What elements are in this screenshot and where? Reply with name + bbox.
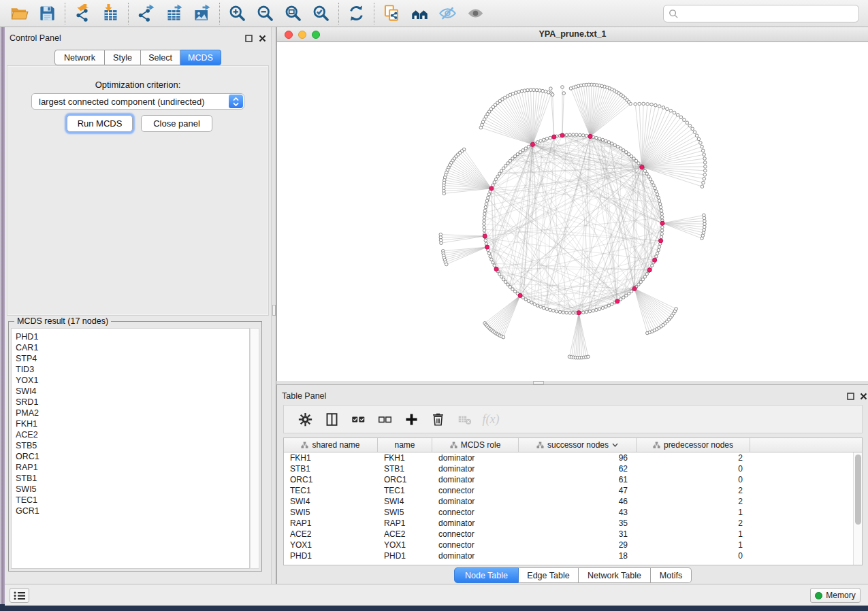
network-node[interactable] bbox=[516, 152, 519, 155]
network-node[interactable] bbox=[655, 190, 658, 193]
network-node[interactable] bbox=[572, 312, 575, 314]
network-node[interactable] bbox=[598, 308, 600, 310]
network-node[interactable] bbox=[492, 261, 494, 264]
add-row-button[interactable] bbox=[401, 409, 421, 429]
mcds-result-item[interactable]: PMA2 bbox=[16, 408, 249, 418]
network-node[interactable] bbox=[704, 165, 707, 169]
network-node[interactable] bbox=[530, 301, 533, 304]
network-node[interactable] bbox=[658, 105, 661, 108]
cell[interactable]: 2 bbox=[637, 485, 750, 496]
network-node[interactable] bbox=[440, 242, 443, 245]
network-node[interactable] bbox=[702, 181, 705, 184]
cell[interactable]: SWI5 bbox=[284, 507, 378, 518]
network-node[interactable] bbox=[625, 150, 628, 153]
column-header-successor-nodes[interactable]: successor nodes bbox=[519, 438, 637, 452]
cell[interactable]: ORC1 bbox=[378, 474, 432, 485]
mcds-result-item[interactable]: STB1 bbox=[16, 473, 249, 484]
cell[interactable]: dominator bbox=[432, 463, 519, 474]
cell[interactable]: 43 bbox=[519, 507, 637, 518]
network-node[interactable] bbox=[539, 139, 542, 142]
refresh-button[interactable] bbox=[342, 2, 370, 25]
network-node[interactable] bbox=[701, 145, 704, 148]
network-node[interactable] bbox=[655, 255, 658, 258]
delete-row-button[interactable] bbox=[428, 409, 448, 429]
table-row[interactable]: SWI4SWI4dominator462 bbox=[284, 496, 862, 507]
network-node[interactable] bbox=[639, 280, 642, 283]
table-row[interactable]: ACE2ACE2connector311 bbox=[284, 529, 862, 540]
mcds-result-item[interactable]: ORC1 bbox=[16, 451, 249, 462]
mcds-result-item[interactable]: YOX1 bbox=[16, 375, 249, 386]
float-panel-icon[interactable] bbox=[846, 392, 854, 400]
panel-list-button[interactable] bbox=[10, 588, 29, 603]
network-node[interactable] bbox=[666, 108, 669, 111]
mcds-result-item[interactable]: ACE2 bbox=[16, 429, 249, 440]
network-node[interactable] bbox=[533, 303, 536, 306]
network-node[interactable] bbox=[675, 308, 678, 311]
cell[interactable]: 96 bbox=[519, 452, 637, 463]
network-node[interactable] bbox=[568, 312, 571, 314]
mcds-hub-node[interactable] bbox=[653, 258, 657, 262]
network-node[interactable] bbox=[657, 196, 660, 199]
export-image-button[interactable] bbox=[188, 2, 216, 25]
network-node[interactable] bbox=[511, 288, 514, 291]
network-node[interactable] bbox=[545, 137, 548, 140]
mcds-hub-node[interactable] bbox=[494, 267, 498, 271]
network-node[interactable] bbox=[605, 306, 607, 308]
close-panel-icon[interactable] bbox=[258, 34, 266, 42]
network-node[interactable] bbox=[628, 152, 630, 155]
network-node[interactable] bbox=[660, 235, 662, 238]
network-node[interactable] bbox=[526, 88, 530, 92]
network-node[interactable] bbox=[487, 193, 490, 196]
network-node[interactable] bbox=[565, 311, 568, 314]
table-row[interactable]: YOX1YOX1connector291 bbox=[284, 540, 862, 550]
network-node[interactable] bbox=[507, 283, 509, 286]
tab-motifs[interactable]: Motifs bbox=[651, 567, 692, 583]
network-node[interactable] bbox=[613, 144, 616, 146]
network-node[interactable] bbox=[701, 149, 705, 152]
cell[interactable]: 18 bbox=[519, 550, 637, 561]
network-node[interactable] bbox=[483, 222, 485, 225]
mcds-result-item[interactable]: RAP1 bbox=[16, 462, 249, 473]
network-node[interactable] bbox=[637, 283, 640, 286]
network-node[interactable] bbox=[669, 109, 673, 112]
network-node[interactable] bbox=[683, 118, 686, 122]
cell[interactable]: FKH1 bbox=[378, 452, 432, 463]
cell[interactable]: 62 bbox=[519, 463, 637, 474]
network-node[interactable] bbox=[703, 214, 706, 217]
network-node[interactable] bbox=[509, 285, 511, 288]
network-node[interactable] bbox=[561, 86, 564, 89]
network-node[interactable] bbox=[523, 89, 526, 93]
cell[interactable]: dominator bbox=[432, 474, 519, 485]
network-node[interactable] bbox=[502, 167, 504, 169]
network-node[interactable] bbox=[555, 310, 558, 313]
network-node[interactable] bbox=[656, 252, 658, 254]
network-node[interactable] bbox=[660, 209, 662, 212]
network-node[interactable] bbox=[529, 88, 532, 92]
network-node[interactable] bbox=[527, 299, 530, 302]
network-node[interactable] bbox=[504, 164, 507, 167]
tab-mcds[interactable]: MCDS bbox=[180, 50, 221, 65]
cell[interactable]: RAP1 bbox=[378, 518, 432, 529]
network-node[interactable] bbox=[703, 229, 706, 232]
network-node[interactable] bbox=[647, 175, 650, 178]
network-node[interactable] bbox=[536, 304, 539, 307]
network-node[interactable] bbox=[637, 162, 640, 165]
network-node[interactable] bbox=[494, 178, 497, 180]
mcds-hub-node[interactable] bbox=[489, 186, 494, 191]
search-box[interactable] bbox=[663, 5, 859, 22]
tab-network[interactable]: Network bbox=[54, 50, 105, 65]
network-node[interactable] bbox=[620, 147, 622, 150]
mcds-result-item[interactable]: GCR1 bbox=[16, 506, 249, 516]
network-node[interactable] bbox=[487, 252, 490, 254]
clear-selection-button[interactable] bbox=[374, 409, 395, 429]
network-node[interactable] bbox=[502, 335, 505, 339]
network-node[interactable] bbox=[511, 157, 514, 160]
network-node[interactable] bbox=[703, 157, 707, 161]
tab-select[interactable]: Select bbox=[141, 50, 180, 65]
mcds-hub-node[interactable] bbox=[588, 134, 592, 138]
network-node[interactable] bbox=[686, 121, 689, 125]
network-node[interactable] bbox=[527, 145, 530, 148]
cell[interactable]: 29 bbox=[519, 540, 637, 550]
network-node[interactable] bbox=[490, 258, 493, 261]
cell[interactable]: RAP1 bbox=[284, 518, 378, 529]
